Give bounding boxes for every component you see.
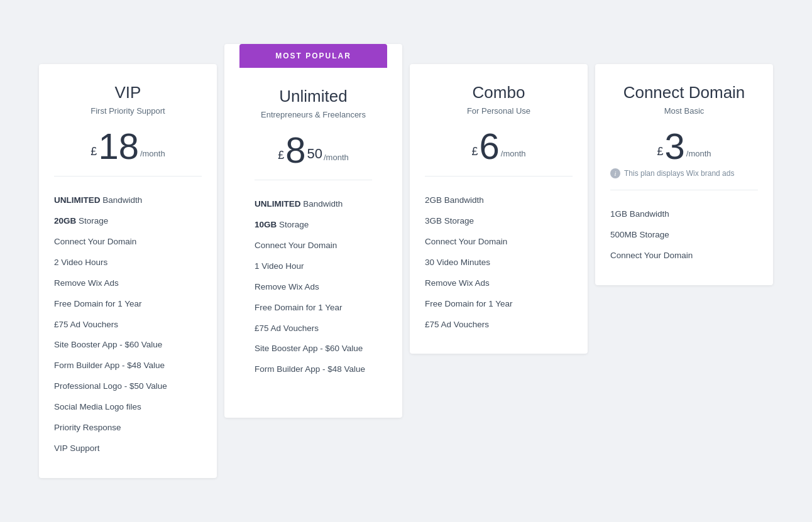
feature-text-unlimited-3: 1 Video Hour — [255, 261, 304, 271]
feature-item-vip-12: VIP Support — [54, 438, 202, 459]
plan-subtitle-connect-domain: Most Basic — [610, 106, 758, 116]
feature-item-vip-11: Priority Response — [54, 418, 202, 438]
feature-text-vip-3: 2 Video Hours — [54, 258, 107, 267]
currency-symbol-combo: £ — [471, 145, 478, 158]
feature-text-vip-6: £75 Ad Vouchers — [54, 320, 118, 329]
feature-text-unlimited-0: Bandwidth — [301, 199, 343, 209]
info-notice-connect-domain: i This plan displays Wix brand ads — [610, 168, 758, 178]
feature-item-vip-4: Remove Wix Ads — [54, 273, 202, 294]
divider-connect-domain — [610, 190, 758, 190]
plan-name-unlimited: Unlimited — [255, 87, 372, 106]
divider-combo — [425, 176, 573, 177]
feature-item-combo-0: 2GB Bandwidth — [425, 190, 573, 211]
feature-bold-vip-0: UNLIMITED — [54, 195, 101, 205]
feature-list-connect-domain: 1GB Bandwidth500MB StorageConnect Your D… — [610, 204, 758, 266]
plan-card-connect-domain: Connect Domain Most Basic £ 3 /month i T… — [595, 64, 773, 285]
feature-text-vip-1: Storage — [76, 216, 108, 226]
feature-item-unlimited-8: Form Builder App - $48 Value — [255, 359, 372, 380]
feature-item-vip-5: Free Domain for 1 Year — [54, 294, 202, 315]
price-period-vip: /month — [140, 149, 165, 158]
price-row-vip: £ 18 /month — [54, 128, 202, 165]
plan-name-vip: VIP — [54, 83, 202, 102]
feature-item-combo-3: 30 Video Minutes — [425, 253, 573, 273]
plan-name-combo: Combo — [425, 83, 573, 102]
feature-item-unlimited-0: UNLIMITED Bandwidth — [255, 194, 372, 215]
info-notice-text-connect-domain: This plan displays Wix brand ads — [624, 169, 734, 178]
feature-text-connect-domain-0: 1GB Bandwidth — [610, 209, 669, 219]
feature-item-combo-4: Remove Wix Ads — [425, 273, 573, 294]
popular-badge: MOST POPULAR — [239, 44, 387, 68]
plan-card-combo: Combo For Personal Use £ 6 /month 2GB Ba… — [410, 64, 588, 354]
divider-unlimited — [255, 180, 372, 180]
feature-text-unlimited-2: Connect Your Domain — [255, 241, 337, 250]
feature-list-combo: 2GB Bandwidth3GB StorageConnect Your Dom… — [425, 190, 573, 335]
price-period-combo: /month — [501, 149, 526, 158]
plan-name-connect-domain: Connect Domain — [610, 83, 758, 102]
feature-item-unlimited-5: Free Domain for 1 Year — [255, 298, 372, 318]
feature-text-combo-1: 3GB Storage — [425, 216, 474, 226]
feature-text-combo-0: 2GB Bandwidth — [425, 195, 484, 205]
plan-subtitle-unlimited: Entrepreneurs & Freelancers — [255, 110, 372, 119]
price-period-connect-domain: /month — [686, 149, 711, 158]
plan-subtitle-combo: For Personal Use — [425, 106, 573, 116]
feature-text-vip-8: Form Builder App - $48 Value — [54, 361, 165, 370]
feature-text-combo-3: 30 Video Minutes — [425, 258, 490, 267]
price-amount-connect-domain: 3 — [665, 128, 685, 165]
feature-item-combo-2: Connect Your Domain — [425, 232, 573, 253]
feature-text-vip-0: Bandwidth — [101, 195, 143, 205]
divider-vip — [54, 176, 202, 177]
feature-item-combo-5: Free Domain for 1 Year — [425, 294, 573, 315]
feature-item-vip-1: 20GB Storage — [54, 211, 202, 232]
plan-card-unlimited: MOST POPULAR Unlimited Entrepreneurs & F… — [224, 44, 402, 418]
feature-bold-unlimited-0: UNLIMITED — [255, 199, 301, 209]
feature-item-unlimited-6: £75 Ad Vouchers — [255, 318, 372, 339]
currency-symbol-vip: £ — [91, 145, 97, 158]
price-row-connect-domain: £ 3 /month — [610, 128, 758, 165]
price-period-unlimited: /month — [324, 153, 349, 162]
feature-text-vip-12: VIP Support — [54, 443, 100, 453]
feature-item-combo-6: £75 Ad Vouchers — [425, 315, 573, 335]
feature-text-connect-domain-2: Connect Your Domain — [610, 251, 693, 260]
pricing-container: VIP First Priority Support £ 18 /month U… — [35, 44, 777, 478]
feature-text-unlimited-4: Remove Wix Ads — [255, 282, 319, 291]
feature-item-vip-7: Site Booster App - $60 Value — [54, 335, 202, 356]
feature-item-vip-6: £75 Ad Vouchers — [54, 315, 202, 335]
feature-text-vip-10: Social Media Logo files — [54, 402, 141, 411]
currency-symbol-unlimited: £ — [278, 149, 284, 162]
feature-text-unlimited-6: £75 Ad Vouchers — [255, 324, 319, 333]
feature-text-vip-2: Connect Your Domain — [54, 237, 136, 246]
plan-card-vip: VIP First Priority Support £ 18 /month U… — [39, 64, 217, 478]
feature-text-unlimited-5: Free Domain for 1 Year — [255, 303, 343, 312]
feature-text-vip-9: Professional Logo - $50 Value — [54, 381, 167, 391]
feature-text-vip-7: Site Booster App - $60 Value — [54, 340, 162, 349]
feature-item-unlimited-4: Remove Wix Ads — [255, 277, 372, 298]
feature-text-unlimited-7: Site Booster App - $60 Value — [255, 344, 363, 353]
price-amount-combo: 6 — [480, 128, 500, 165]
feature-list-vip: UNLIMITED Bandwidth20GB StorageConnect Y… — [54, 190, 202, 459]
currency-symbol-connect-domain: £ — [657, 145, 663, 158]
feature-item-vip-3: 2 Video Hours — [54, 253, 202, 273]
feature-item-unlimited-3: 1 Video Hour — [255, 256, 372, 277]
feature-text-combo-5: Free Domain for 1 Year — [425, 299, 513, 308]
feature-text-unlimited-8: Form Builder App - $48 Value — [255, 364, 365, 374]
feature-text-unlimited-1: Storage — [277, 220, 309, 229]
feature-item-unlimited-2: Connect Your Domain — [255, 236, 372, 256]
feature-item-unlimited-1: 10GB Storage — [255, 215, 372, 236]
feature-text-connect-domain-1: 500MB Storage — [610, 230, 669, 239]
feature-text-combo-4: Remove Wix Ads — [425, 278, 490, 288]
feature-item-vip-10: Social Media Logo files — [54, 397, 202, 418]
feature-list-unlimited: UNLIMITED Bandwidth10GB StorageConnect Y… — [255, 194, 372, 380]
feature-item-connect-domain-1: 500MB Storage — [610, 225, 758, 246]
feature-text-combo-6: £75 Ad Vouchers — [425, 320, 489, 329]
price-amount-vip: 18 — [98, 128, 139, 165]
feature-text-combo-2: Connect Your Domain — [425, 237, 507, 246]
price-amount-unlimited: 8 — [285, 132, 305, 168]
price-row-combo: £ 6 /month — [425, 128, 573, 165]
plan-subtitle-vip: First Priority Support — [54, 106, 202, 116]
feature-bold-unlimited-1: 10GB — [255, 220, 277, 229]
price-row-unlimited: £ 8 50 /month — [255, 132, 372, 168]
feature-item-vip-8: Form Builder App - $48 Value — [54, 356, 202, 376]
info-icon-connect-domain: i — [610, 168, 620, 178]
feature-item-vip-0: UNLIMITED Bandwidth — [54, 190, 202, 211]
feature-item-combo-1: 3GB Storage — [425, 211, 573, 232]
